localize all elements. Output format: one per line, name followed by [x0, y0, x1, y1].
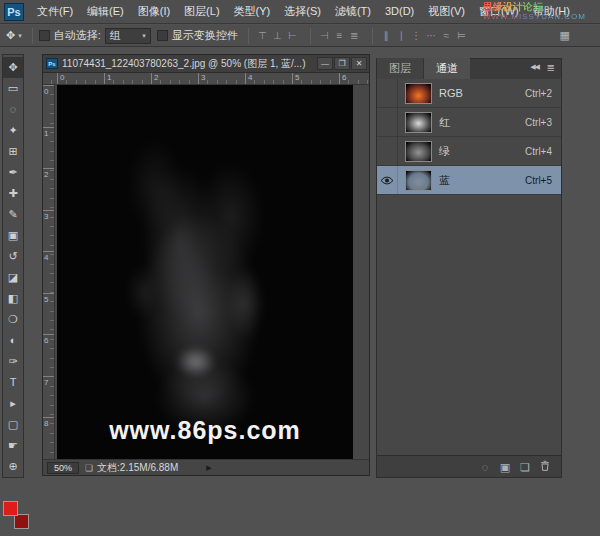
- brush-tool[interactable]: ✎: [3, 204, 23, 225]
- path-selection-tool[interactable]: ▸: [3, 393, 23, 414]
- eye-icon: [380, 176, 394, 185]
- site-watermark-line2: WWW.MISSYUAN.COM: [483, 12, 586, 22]
- show-transform-option: 显示变换控件: [157, 28, 238, 43]
- menu-file[interactable]: 文件(F): [30, 0, 80, 23]
- distribute-vcenter-icon[interactable]: ∣: [394, 27, 409, 45]
- minimize-button[interactable]: —: [317, 57, 333, 70]
- crop-tool[interactable]: ⊞: [3, 141, 23, 162]
- ruler-number: 1: [44, 129, 48, 138]
- channel-row-green[interactable]: 绿 Ctrl+4: [377, 137, 561, 166]
- document-window: Ps 11074431_122403780263_2.jpg @ 50% (图层…: [42, 54, 370, 476]
- restore-button[interactable]: ❐: [334, 57, 350, 70]
- ruler-number: 1: [107, 73, 111, 82]
- blur-tool[interactable]: ❍: [3, 309, 23, 330]
- gradient-tool[interactable]: ◧: [3, 288, 23, 309]
- clone-stamp-tool[interactable]: ▣: [3, 225, 23, 246]
- show-transform-checkbox[interactable]: [157, 30, 168, 41]
- distribute-top-icon[interactable]: ∥: [379, 27, 394, 45]
- chevron-down-icon: ▾: [18, 32, 22, 40]
- visibility-toggle[interactable]: [377, 108, 398, 136]
- document-file-icon: Ps: [46, 58, 58, 69]
- vertical-ruler[interactable]: 0 1 2 3 4 5 6 7 8: [43, 85, 55, 459]
- canvas[interactable]: www.86ps.com: [57, 85, 353, 459]
- save-selection-as-channel-icon[interactable]: ▣: [495, 457, 515, 477]
- horizontal-ruler[interactable]: 0 1 2 3 4 5 6: [43, 73, 369, 85]
- auto-select-checkbox[interactable]: [39, 30, 50, 41]
- channel-row-rgb[interactable]: RGB Ctrl+2: [377, 79, 561, 108]
- move-tool-icon: ✥: [6, 29, 15, 42]
- align-right-edges-icon[interactable]: ⊣: [317, 27, 332, 45]
- visibility-toggle[interactable]: [377, 166, 398, 194]
- tab-channels[interactable]: 通道: [424, 58, 470, 79]
- ruler-number: 6: [44, 336, 48, 345]
- menu-select[interactable]: 选择(S): [277, 0, 328, 23]
- align-edges-group: ⊤ ⊥ ⊢: [255, 27, 300, 45]
- spot-healing-brush-tool[interactable]: ✚: [3, 183, 23, 204]
- workspace-switcher-icon[interactable]: ▦: [560, 29, 570, 42]
- distribute-hcenter-icon[interactable]: ≈: [439, 27, 454, 45]
- dodge-tool[interactable]: ◐: [3, 330, 23, 351]
- close-button[interactable]: ✕: [351, 57, 367, 70]
- lasso-tool[interactable]: ◌: [3, 99, 23, 120]
- delete-channel-icon[interactable]: [535, 457, 555, 477]
- ruler-number: 3: [201, 73, 205, 82]
- ruler-number: 8: [44, 419, 48, 428]
- eraser-tool[interactable]: ◪: [3, 267, 23, 288]
- menu-type[interactable]: 类型(Y): [227, 0, 278, 23]
- panel-footer: ◌ ▣ ❏: [377, 455, 561, 477]
- align-h-centers-icon[interactable]: ≡: [332, 27, 347, 45]
- hand-tool[interactable]: ☛: [3, 435, 23, 456]
- document-sizes-icon: ❏: [85, 463, 93, 473]
- menu-filter[interactable]: 滤镜(T): [328, 0, 378, 23]
- tool-bar: ✥ ▭ ◌ ✦ ⊞ ✒ ✚ ✎ ▣ ↺ ◪ ◧ ❍ ◐ ✑ T ▸ ▢ ☛ ⊕: [2, 54, 24, 478]
- menu-bar: Ps 文件(F) 编辑(E) 图像(I) 图层(L) 类型(Y) 选择(S) 滤…: [0, 0, 600, 24]
- distribute-right-icon[interactable]: ⊨: [454, 27, 469, 45]
- document-status-bar: 50% ❏ 文档:2.15M/6.88M ▶: [43, 459, 369, 475]
- channel-shortcut: Ctrl+3: [525, 117, 552, 128]
- menu-3d[interactable]: 3D(D): [378, 0, 421, 23]
- load-channel-as-selection-icon[interactable]: ◌: [475, 457, 495, 477]
- visibility-toggle[interactable]: [377, 137, 398, 165]
- pen-tool[interactable]: ✑: [3, 351, 23, 372]
- horizontal-type-tool[interactable]: T: [3, 372, 23, 393]
- channel-row-blue[interactable]: 蓝 Ctrl+5: [377, 166, 561, 195]
- foreground-color-swatch[interactable]: [3, 501, 18, 516]
- align-v-centers-icon[interactable]: ≣: [347, 27, 362, 45]
- background-color-swatch[interactable]: [14, 514, 29, 529]
- auto-select-option: 自动选择:: [39, 28, 101, 43]
- document-title-bar[interactable]: Ps 11074431_122403780263_2.jpg @ 50% (图层…: [43, 55, 369, 73]
- channel-thumbnail-green: [405, 141, 432, 162]
- quick-selection-tool[interactable]: ✦: [3, 120, 23, 141]
- align-bottom-edges-icon[interactable]: ⊥: [270, 27, 285, 45]
- menu-edit[interactable]: 编辑(E): [80, 0, 131, 23]
- distribute-left-icon[interactable]: ⋯: [424, 27, 439, 45]
- visibility-toggle[interactable]: [377, 79, 398, 107]
- ruler-number: 0: [44, 87, 48, 96]
- image-watermark: www.86ps.com: [57, 416, 353, 445]
- options-bar: ✥ ▾ 自动选择: 组 ▾ 显示变换控件 ⊤ ⊥ ⊢ ⊣ ≡ ≣ ∥: [0, 25, 600, 47]
- auto-select-target-dropdown[interactable]: 组 ▾: [105, 28, 151, 44]
- panel-menu-icon[interactable]: ≣: [547, 62, 555, 73]
- collapse-panel-icon[interactable]: ◀◀: [530, 63, 539, 71]
- move-tool[interactable]: ✥: [3, 57, 23, 78]
- channel-row-red[interactable]: 红 Ctrl+3: [377, 108, 561, 137]
- menu-view[interactable]: 视图(V): [421, 0, 472, 23]
- zoom-tool[interactable]: ⊕: [3, 456, 23, 477]
- align-left-edges-icon[interactable]: ⊢: [285, 27, 300, 45]
- new-channel-icon[interactable]: ❏: [515, 457, 535, 477]
- align-top-edges-icon[interactable]: ⊤: [255, 27, 270, 45]
- history-brush-tool[interactable]: ↺: [3, 246, 23, 267]
- menu-layer[interactable]: 图层(L): [177, 0, 226, 23]
- channel-name: 蓝: [439, 173, 525, 188]
- rectangular-marquee-tool[interactable]: ▭: [3, 78, 23, 99]
- status-menu-arrow-icon[interactable]: ▶: [206, 464, 211, 472]
- rectangle-shape-tool[interactable]: ▢: [3, 414, 23, 435]
- zoom-level-field[interactable]: 50%: [47, 462, 79, 474]
- channel-name: 红: [439, 115, 525, 130]
- ruler-number: 3: [44, 212, 48, 221]
- distribute-bottom-icon[interactable]: ⋮: [409, 27, 424, 45]
- tab-layers[interactable]: 图层: [377, 58, 424, 79]
- tool-preset-picker[interactable]: ✥ ▾: [0, 29, 26, 42]
- menu-image[interactable]: 图像(I): [131, 0, 177, 23]
- eyedropper-tool[interactable]: ✒: [3, 162, 23, 183]
